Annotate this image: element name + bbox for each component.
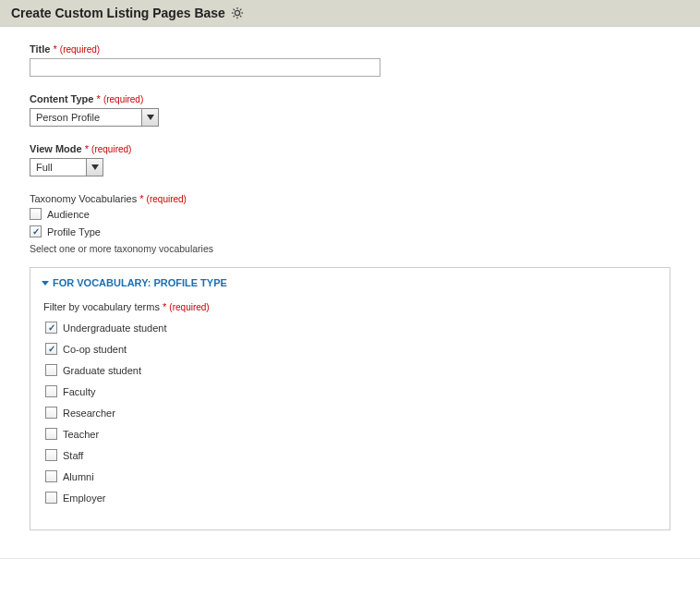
filter-terms-label-text: Filter by vocabulary terms (43, 301, 160, 312)
gear-icon[interactable] (231, 6, 244, 19)
checkbox[interactable] (45, 407, 57, 419)
view-mode-label-text: View Mode (30, 143, 82, 154)
taxonomy-option: Audience (30, 208, 670, 220)
filter-terms-label: Filter by vocabulary terms * (required) (43, 301, 657, 312)
term-label: Undergraduate student (63, 322, 167, 334)
term-label: Researcher (63, 407, 115, 419)
checkbox[interactable] (45, 492, 57, 504)
title-input[interactable] (30, 58, 380, 77)
field-view-mode: View Mode * (required) Full (30, 143, 670, 176)
taxonomy-option: Profile Type (30, 225, 670, 237)
required-asterisk: * (97, 93, 101, 104)
term-row: Graduate student (43, 364, 657, 376)
checkbox[interactable] (45, 343, 57, 355)
svg-line-7 (233, 16, 234, 17)
checkbox[interactable] (45, 449, 57, 461)
page-title: Create Custom Listing Pages Base (11, 6, 225, 20)
title-label: Title * (required) (30, 43, 670, 55)
content-type-value: Person Profile (30, 109, 141, 126)
checkbox[interactable] (45, 470, 57, 482)
svg-line-5 (233, 9, 234, 10)
required-text: (required) (91, 144, 131, 154)
term-label: Employer (63, 493, 105, 504)
term-row: Undergraduate student (43, 322, 657, 334)
field-taxonomy: Taxonomy Vocabularies * (required) Audie… (30, 193, 670, 254)
required-asterisk: * (85, 143, 89, 154)
form-body: Title * (required) Content Type * (requi… (0, 27, 700, 549)
required-text: (required) (60, 44, 100, 55)
required-asterisk: * (53, 43, 56, 55)
term-label: Alumni (63, 471, 94, 482)
required-asterisk: * (163, 301, 166, 312)
collapse-down-icon (42, 281, 49, 286)
checkbox[interactable] (30, 225, 42, 237)
required-text: (required) (147, 194, 187, 204)
footer-divider (0, 558, 700, 559)
svg-line-6 (240, 16, 241, 17)
taxonomy-label-text: Taxonomy Vocabularies (30, 193, 137, 204)
required-text: (required) (169, 302, 209, 312)
term-row: Teacher (43, 428, 657, 440)
chevron-down-icon (147, 115, 154, 120)
checkbox[interactable] (45, 428, 57, 440)
term-row: Faculty (43, 385, 657, 397)
required-asterisk: * (139, 193, 143, 204)
checkbox[interactable] (45, 322, 57, 334)
term-row: Alumni (43, 470, 657, 482)
svg-line-8 (240, 9, 241, 10)
checkbox[interactable] (45, 364, 57, 376)
dropdown-button[interactable] (141, 109, 158, 126)
term-row: Employer (43, 492, 657, 504)
term-label: Co-op student (63, 344, 127, 355)
fieldset-toggle-header[interactable]: FOR VOCABULARY: PROFILE TYPE (30, 268, 670, 296)
term-label: Teacher (63, 429, 99, 440)
fieldset-title: FOR VOCABULARY: PROFILE TYPE (53, 277, 227, 288)
field-title: Title * (required) (30, 43, 670, 77)
content-type-label: Content Type * (required) (30, 93, 670, 104)
taxonomy-option-label: Audience (47, 209, 90, 220)
view-mode-select[interactable]: Full (30, 158, 103, 176)
taxonomy-label: Taxonomy Vocabularies * (required) (30, 193, 670, 204)
svg-marker-10 (91, 164, 99, 170)
field-content-type: Content Type * (required) Person Profile (30, 93, 670, 127)
svg-marker-9 (147, 115, 154, 120)
taxonomy-option-label: Profile Type (47, 226, 101, 237)
content-type-select[interactable]: Person Profile (30, 108, 159, 127)
required-text: (required) (103, 94, 143, 104)
term-label: Faculty (63, 386, 95, 397)
dropdown-button[interactable] (86, 159, 103, 176)
term-label: Staff (63, 450, 83, 461)
fieldset-body: Filter by vocabulary terms * (required) … (30, 301, 670, 529)
svg-point-0 (235, 10, 239, 15)
fieldset-profile-type: FOR VOCABULARY: PROFILE TYPE Filter by v… (30, 267, 670, 530)
chevron-down-icon (91, 164, 99, 170)
term-row: Researcher (43, 407, 657, 419)
term-label: Graduate student (63, 365, 141, 376)
term-row: Staff (43, 449, 657, 461)
view-mode-label: View Mode * (required) (30, 143, 670, 154)
content-type-label-text: Content Type (30, 93, 93, 104)
checkbox[interactable] (30, 208, 42, 220)
view-mode-value: Full (30, 159, 86, 176)
page-header: Create Custom Listing Pages Base (0, 0, 700, 27)
taxonomy-helper: Select one or more taxonomy vocabularies (30, 243, 670, 254)
checkbox[interactable] (45, 385, 57, 397)
title-label-text: Title (30, 43, 50, 55)
term-row: Co-op student (43, 343, 657, 355)
